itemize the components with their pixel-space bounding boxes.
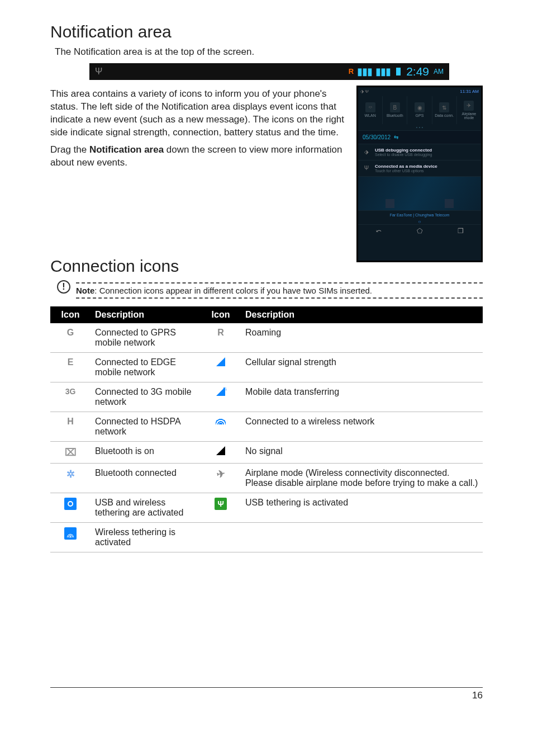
data-icon: ⇅: [439, 102, 449, 112]
desc-bt-on: Bluetooth is on: [91, 441, 201, 463]
table-row: Wireless tethering is activated: [50, 522, 483, 552]
desc-wifi-tether: Wireless tethering is activated: [91, 522, 201, 552]
table-row: E Connected to EDGE mobile network Cellu…: [50, 352, 483, 382]
no-signal-icon: [201, 441, 241, 463]
table-row: ⌧ Bluetooth is on No signal: [50, 441, 483, 463]
signal-strength-icon: [201, 352, 241, 382]
desc-airplane: Airplane mode (Wireless connectivity dis…: [241, 463, 483, 493]
toggle-data-label: Data conn.: [435, 114, 454, 117]
edge-icon: E: [50, 352, 91, 382]
status-bar-illustration: Ψ R▮▮▮ ▮▮▮ 2:49AM: [89, 63, 449, 80]
toggle-gps-label: GPS: [416, 114, 424, 117]
hsdpa-icon: H: [50, 412, 91, 441]
threeg-icon: 3G: [50, 382, 91, 412]
desc-edge: Connected to EDGE mobile network: [91, 352, 201, 382]
signal-bars-icon: ▮▮▮: [357, 65, 372, 78]
usb-icon: Ψ: [363, 165, 370, 171]
th-desc-2: Description: [241, 306, 483, 323]
phone-item2-sub: Touch for other USB options: [375, 169, 437, 173]
desc-signal-strength: Cellular signal strength: [241, 352, 483, 382]
table-row: ✲ Bluetooth connected ✈ Airplane mode (W…: [50, 463, 483, 493]
notif-para2-b: Notification area: [89, 144, 164, 155]
notif-para2: Drag the Notification area down the scre…: [50, 144, 346, 169]
th-icon-1: Icon: [50, 306, 91, 323]
notif-para1: This area contains a variety of icons to…: [50, 88, 346, 139]
slider-icon: ⇆: [394, 134, 398, 140]
signal-bars-icon: ▮▮▮: [375, 65, 391, 78]
battery-icon: [396, 68, 401, 75]
phone-sim-line: Far EasTone | Chunghwa Telecom: [358, 210, 481, 219]
note-box: ! Note: Connection icons appear in diffe…: [57, 280, 483, 301]
phone-date-row: 05/30/2012⇆: [358, 130, 481, 144]
phone-date: 05/30/2012: [363, 134, 391, 140]
phone-item1-sub: Select to disable USB debugging: [375, 153, 432, 157]
recent-icon: ❐: [458, 227, 464, 235]
bluetooth-connected-icon: ✲: [50, 463, 91, 493]
desc-tether-both: USB and wireless tethering are activated: [91, 493, 201, 522]
table-row: 3G Connected to 3G mobile network ↑↓ Mob…: [50, 382, 483, 412]
desc-wifi: Connected to a wireless network: [241, 412, 483, 441]
desc-roaming: Roaming: [241, 323, 483, 353]
home-icon: ⬠: [417, 227, 422, 235]
toggle-airplane-label: Airplane mode: [457, 112, 481, 120]
app-icon: [386, 199, 394, 208]
desc-usb-tether: USB tethering is activated: [241, 493, 483, 522]
roaming-icon: R: [349, 67, 354, 75]
th-icon-2: Icon: [201, 306, 241, 323]
empty-cell: [241, 522, 483, 552]
airplane-mode-icon: ✈: [201, 463, 241, 493]
bug-icon: ⬗: [363, 149, 370, 155]
notif-para2-a: Drag the: [50, 144, 89, 155]
phone-status-right: 11:31 AM: [460, 89, 479, 94]
note-label: Note: [76, 286, 94, 295]
status-ampm: AM: [434, 68, 444, 75]
wifi-icon: ⌔: [365, 102, 375, 112]
th-desc-1: Description: [91, 306, 201, 323]
page-number: 16: [50, 690, 483, 701]
phone-screenshot: ⬗ Ψ 11:31 AM ⌔WLAN BBluetooth ◉GPS ⇅Data…: [356, 86, 483, 262]
data-transfer-icon: ↑↓: [201, 382, 241, 412]
usb-tethering-icon: Ψ: [201, 493, 241, 522]
desc-gprs: Connected to GPRS mobile network: [91, 323, 201, 353]
desc-3g: Connected to 3G mobile network: [91, 382, 201, 412]
toggle-bt-label: Bluetooth: [387, 114, 403, 117]
phone-item1-title: USB debugging connected: [375, 148, 432, 153]
roaming-icon: R: [201, 323, 241, 353]
phone-page-indicator: ○: [358, 219, 481, 224]
status-time: 2:49: [406, 65, 429, 78]
desc-hsdpa: Connected to HSDPA network: [91, 412, 201, 441]
phone-quick-toggles: ⌔WLAN BBluetooth ◉GPS ⇅Data conn. ✈Airpl…: [358, 96, 481, 124]
desc-bt-connected: Bluetooth connected: [91, 463, 201, 493]
gps-icon: ◉: [415, 102, 425, 112]
table-row: USB and wireless tethering are activated…: [50, 493, 483, 522]
back-icon: ⤺: [376, 227, 382, 235]
airplane-icon: ✈: [464, 101, 474, 111]
usb-icon: Ψ: [95, 67, 102, 77]
empty-cell: [201, 522, 241, 552]
wireless-tethering-icon: [50, 522, 91, 552]
desc-no-signal: No signal: [241, 441, 483, 463]
phone-status-left-icons: ⬗ Ψ: [360, 89, 369, 94]
alert-icon: !: [57, 280, 70, 294]
phone-page-dots: • • •: [358, 124, 481, 130]
connection-icons-table: Icon Description Icon Description G Conn…: [50, 306, 483, 552]
desc-data-transfer: Mobile data transferring: [241, 382, 483, 412]
table-row: H Connected to HSDPA network Connected t…: [50, 412, 483, 441]
heading-notification-area: Notification area: [50, 22, 483, 41]
gprs-icon: G: [50, 323, 91, 353]
wifi-connected-icon: [201, 412, 241, 441]
tethering-both-icon: [50, 493, 91, 522]
bluetooth-icon: B: [390, 102, 400, 112]
table-row: G Connected to GPRS mobile network R Roa…: [50, 323, 483, 353]
bluetooth-on-icon: ⌧: [50, 441, 91, 463]
note-text: : Connection icons appear in different c…: [94, 286, 372, 295]
phone-nav-bar: ⤺ ⬠ ❐: [358, 224, 481, 237]
phone-app-row: [358, 199, 481, 208]
toggle-wlan-label: WLAN: [364, 114, 375, 117]
phone-item2-title: Connected as a media device: [375, 164, 437, 169]
app-icon: [445, 199, 454, 208]
notif-intro-text: The Notification area is at the top of t…: [55, 46, 483, 59]
